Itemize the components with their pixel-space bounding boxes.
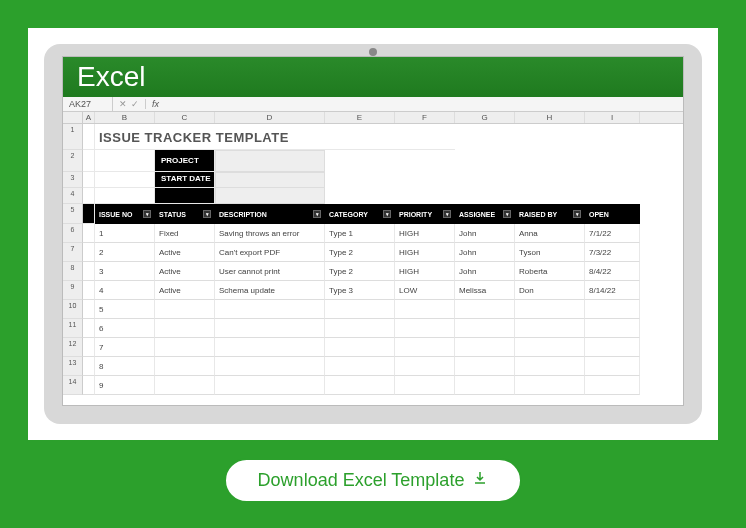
th-assignee[interactable]: ASSIGNEE▾ [455, 204, 515, 224]
cell-assignee[interactable]: John [455, 243, 515, 262]
cell-issue-no[interactable]: 6 [95, 319, 155, 338]
cell-raised-by[interactable] [515, 357, 585, 376]
download-button[interactable]: Download Excel Template [224, 458, 523, 503]
cell-category[interactable] [325, 376, 395, 395]
cell-description[interactable] [215, 319, 325, 338]
cell-open[interactable] [585, 376, 640, 395]
cell-category[interactable]: Type 2 [325, 243, 395, 262]
cell-description[interactable] [215, 357, 325, 376]
cell-issue-no[interactable]: 7 [95, 338, 155, 357]
row-number[interactable]: 13 [63, 357, 83, 376]
cell-description[interactable]: User cannot print [215, 262, 325, 281]
th-description[interactable]: DESCRIPTION▾ [215, 204, 325, 224]
cell-open[interactable] [585, 338, 640, 357]
cell-assignee[interactable] [455, 319, 515, 338]
row-number[interactable]: 5 [63, 204, 83, 224]
cell-assignee[interactable] [455, 376, 515, 395]
cell-priority[interactable]: LOW [395, 281, 455, 300]
col-header[interactable]: C [155, 112, 215, 123]
cell-issue-no[interactable]: 1 [95, 224, 155, 243]
cell-open[interactable] [585, 300, 640, 319]
cell-raised-by[interactable]: Roberta [515, 262, 585, 281]
cell-open[interactable] [585, 319, 640, 338]
cell-priority[interactable]: HIGH [395, 224, 455, 243]
cell-status[interactable]: Active [155, 262, 215, 281]
cell-category[interactable] [325, 300, 395, 319]
cell-issue-no[interactable]: 5 [95, 300, 155, 319]
project-input[interactable] [215, 150, 325, 172]
filter-icon[interactable]: ▾ [383, 210, 391, 218]
cell-issue-no[interactable]: 8 [95, 357, 155, 376]
col-header[interactable]: D [215, 112, 325, 123]
cell-raised-by[interactable] [515, 300, 585, 319]
cell-description[interactable] [215, 376, 325, 395]
row-number[interactable]: 10 [63, 300, 83, 319]
cell-priority[interactable]: HIGH [395, 262, 455, 281]
row-number[interactable]: 7 [63, 243, 83, 262]
table-row[interactable]: 127 [63, 338, 683, 357]
filter-icon[interactable]: ▾ [313, 210, 321, 218]
cell-assignee[interactable]: Melissa [455, 281, 515, 300]
col-header[interactable]: A [83, 112, 95, 123]
cell-status[interactable] [155, 319, 215, 338]
col-header[interactable]: B [95, 112, 155, 123]
filter-icon[interactable]: ▾ [143, 210, 151, 218]
col-header[interactable]: E [325, 112, 395, 123]
cell-open[interactable]: 8/4/22 [585, 262, 640, 281]
th-raised-by[interactable]: RAISED BY▾ [515, 204, 585, 224]
cell-priority[interactable] [395, 319, 455, 338]
cell-raised-by[interactable]: Anna [515, 224, 585, 243]
table-row[interactable]: 105 [63, 300, 683, 319]
cell-priority[interactable] [395, 300, 455, 319]
cell-raised-by[interactable] [515, 338, 585, 357]
filter-icon[interactable]: ▾ [503, 210, 511, 218]
row-number[interactable]: 11 [63, 319, 83, 338]
cell-assignee[interactable]: John [455, 262, 515, 281]
cell-assignee[interactable] [455, 300, 515, 319]
th-open[interactable]: OPEN [585, 204, 640, 224]
table-row[interactable]: 83ActiveUser cannot printType 2HIGHJohnR… [63, 262, 683, 281]
table-row[interactable]: 94ActiveSchema updateType 3LOWMelissaDon… [63, 281, 683, 300]
cell-category[interactable]: Type 3 [325, 281, 395, 300]
cell-description[interactable]: Schema update [215, 281, 325, 300]
cell-raised-by[interactable]: Don [515, 281, 585, 300]
filter-icon[interactable]: ▾ [573, 210, 581, 218]
cell-open[interactable] [585, 357, 640, 376]
cell-description[interactable] [215, 300, 325, 319]
cell-assignee[interactable]: John [455, 224, 515, 243]
cell-status[interactable]: Fixed [155, 224, 215, 243]
cell-category[interactable] [325, 338, 395, 357]
table-row[interactable]: 61FixedSaving throws an errorType 1HIGHJ… [63, 224, 683, 243]
row-number[interactable]: 12 [63, 338, 83, 357]
th-issue-no[interactable]: ISSUE NO▾ [95, 204, 155, 224]
col-header[interactable]: G [455, 112, 515, 123]
cell-status[interactable]: Active [155, 243, 215, 262]
filter-icon[interactable]: ▾ [203, 210, 211, 218]
cell-status[interactable] [155, 376, 215, 395]
cell-description[interactable] [215, 338, 325, 357]
col-header[interactable]: H [515, 112, 585, 123]
cell-priority[interactable] [395, 376, 455, 395]
th-priority[interactable]: PRIORITY▾ [395, 204, 455, 224]
cell-assignee[interactable] [455, 338, 515, 357]
cell-raised-by[interactable] [515, 376, 585, 395]
cell-issue-no[interactable]: 2 [95, 243, 155, 262]
cell-raised-by[interactable]: Tyson [515, 243, 585, 262]
cell-raised-by[interactable] [515, 319, 585, 338]
row-number[interactable]: 9 [63, 281, 83, 300]
th-category[interactable]: CATEGORY▾ [325, 204, 395, 224]
cell-status[interactable] [155, 300, 215, 319]
startdate-input[interactable] [215, 172, 325, 188]
table-row[interactable]: 138 [63, 357, 683, 376]
row-number[interactable]: 3 [63, 172, 83, 188]
cell-issue-no[interactable]: 3 [95, 262, 155, 281]
row-number[interactable]: 2 [63, 150, 83, 172]
cell-description[interactable]: Can't export PDF [215, 243, 325, 262]
th-status[interactable]: STATUS▾ [155, 204, 215, 224]
cell-status[interactable] [155, 338, 215, 357]
row-number[interactable]: 1 [63, 124, 83, 150]
row-number[interactable]: 14 [63, 376, 83, 395]
spreadsheet-grid[interactable]: 1 ISSUE TRACKER TEMPLATE 2 PROJECT [63, 124, 683, 405]
cell-status[interactable]: Active [155, 281, 215, 300]
cell-category[interactable]: Type 1 [325, 224, 395, 243]
